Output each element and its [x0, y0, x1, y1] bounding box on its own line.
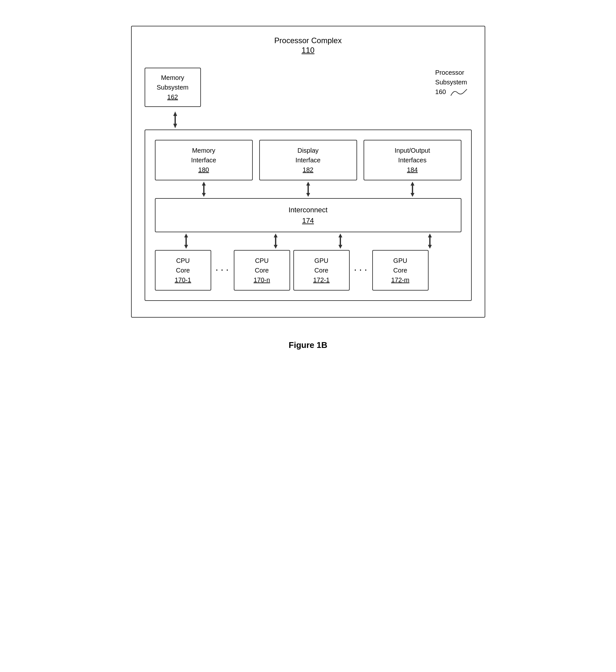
- arrows-interconnect-cores: [155, 232, 461, 250]
- memory-subsystem-number: 162: [167, 93, 178, 100]
- arrow-mem-interface: [155, 180, 253, 198]
- svg-marker-15: [274, 233, 278, 237]
- gpu-core-1-number: 172-1: [313, 276, 329, 283]
- svg-rect-19: [340, 237, 341, 245]
- processor-subsystem-label: ProcessorSubsystem 160: [435, 68, 472, 97]
- double-arrow-cpun-icon: [271, 232, 280, 250]
- svg-marker-5: [202, 193, 206, 197]
- svg-rect-1: [175, 116, 176, 124]
- processor-complex-number: 110: [145, 46, 472, 55]
- arrows-interfaces-interconnect: [155, 180, 461, 198]
- svg-marker-20: [338, 245, 342, 249]
- processor-complex-title: Processor Complex: [145, 36, 472, 45]
- display-interface-box: DisplayInterface 182: [259, 140, 357, 180]
- double-arrow-mem-interface-icon: [199, 180, 209, 198]
- gpu-core-m-number: 172-m: [391, 276, 410, 283]
- processor-subsystem-inner: MemoryInterface 180 DisplayInterface 182…: [145, 129, 472, 301]
- svg-marker-3: [202, 182, 206, 185]
- interfaces-row: MemoryInterface 180 DisplayInterface 182…: [155, 140, 461, 180]
- processor-subsystem-number: 160: [435, 88, 446, 95]
- cpu-core-n-number: 170-n: [253, 276, 270, 283]
- svg-rect-4: [203, 185, 204, 193]
- io-interfaces-box: Input/OutputInterfaces 184: [364, 140, 461, 180]
- arrow-io-interface: [364, 180, 461, 198]
- svg-marker-11: [411, 193, 414, 197]
- double-arrow-icon: [170, 110, 180, 129]
- io-interfaces-number: 184: [407, 166, 418, 173]
- arrow-mem-subsystem-down: [145, 110, 472, 129]
- double-arrow-io-icon: [408, 180, 417, 198]
- svg-marker-18: [338, 233, 342, 237]
- arrow-cpu-core-1: [158, 232, 214, 250]
- svg-marker-2: [173, 124, 177, 128]
- svg-marker-9: [411, 182, 414, 185]
- memory-interface-box: MemoryInterface 180: [155, 140, 253, 180]
- memory-interface-number: 180: [198, 166, 209, 173]
- svg-rect-16: [275, 237, 276, 245]
- arrow-display-interface: [259, 180, 357, 198]
- svg-marker-8: [306, 193, 310, 197]
- memory-subsystem-box: MemorySubsystem 162: [145, 68, 201, 107]
- squiggle-icon: [449, 88, 469, 97]
- double-arrow-gpum-icon: [425, 232, 435, 250]
- svg-rect-10: [412, 185, 413, 193]
- svg-marker-21: [428, 233, 432, 237]
- gpu-core-m-box: GPUCore 172-m: [372, 250, 429, 290]
- svg-marker-0: [173, 111, 177, 116]
- svg-rect-7: [308, 185, 309, 193]
- svg-marker-12: [184, 233, 188, 237]
- interconnect-label: Interconnect: [289, 206, 327, 214]
- display-interface-number: 182: [303, 166, 313, 173]
- arrow-gpu-core-m: [402, 232, 458, 250]
- interconnect-box: Interconnect 174: [155, 198, 461, 232]
- svg-rect-13: [185, 237, 187, 245]
- double-arrow-gpu1-icon: [336, 232, 345, 250]
- arrow-gpu-core-1: [312, 232, 369, 250]
- cpu-core-1-box: CPUCore 170-1: [155, 250, 211, 290]
- double-arrow-cpu1-icon: [181, 232, 191, 250]
- svg-marker-14: [184, 245, 188, 249]
- outer-label: Processor Complex: [274, 36, 342, 45]
- cpu-core-1-number: 170-1: [175, 276, 191, 283]
- cores-row: CPUCore 170-1 · · · CPUCore 170-n GPUCor…: [155, 250, 461, 290]
- arrow-cpu-core-n: [247, 232, 304, 250]
- svg-marker-6: [306, 182, 310, 185]
- dots-gpu: · · ·: [353, 266, 369, 274]
- dots-cpu: · · ·: [214, 266, 231, 274]
- interconnect-number: 174: [302, 216, 314, 224]
- svg-marker-23: [428, 245, 432, 249]
- gpu-core-1-box: GPUCore 172-1: [293, 250, 350, 290]
- figure-caption: Figure 1B: [131, 340, 485, 350]
- svg-marker-17: [274, 245, 278, 249]
- double-arrow-display-icon: [303, 180, 313, 198]
- svg-rect-22: [429, 237, 431, 245]
- cpu-core-n-box: CPUCore 170-n: [234, 250, 290, 290]
